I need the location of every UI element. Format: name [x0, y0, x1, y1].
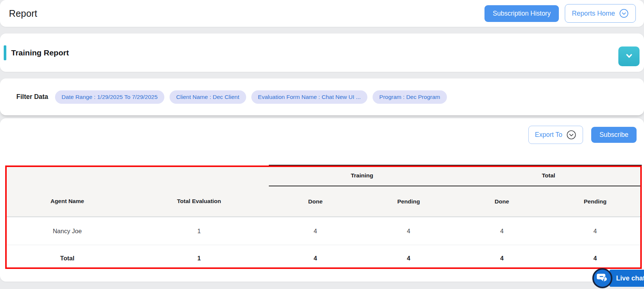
- chat-bubbles-icon: [596, 272, 608, 285]
- cell-training-done: 4: [269, 217, 362, 245]
- table-group-header-row: Training Total: [5, 165, 642, 186]
- filter-data-label: Filter Data: [16, 93, 48, 101]
- total-cell-total-evaluation: 1: [129, 245, 269, 272]
- page-title: Report: [9, 8, 37, 19]
- group-header-training: Training: [269, 165, 455, 186]
- report-page: Report Subscription History Reports Home…: [0, 0, 644, 289]
- cell-total-pending: 4: [548, 217, 642, 245]
- column-header-total-pending: Pending: [548, 186, 642, 217]
- cell-total-evaluation: 1: [129, 217, 269, 245]
- training-report-panel: Training Report: [0, 33, 644, 72]
- column-header-agent-name: Agent Name: [5, 186, 129, 217]
- export-to-label: Export To: [535, 131, 563, 139]
- filter-chip-client-name[interactable]: Client Name : Dec Client: [170, 90, 246, 104]
- header-actions: Subscription History Reports Home: [484, 4, 636, 23]
- live-chat-widget: Live chat: [592, 268, 644, 288]
- cell-agent-name: Nancy Joe: [5, 217, 129, 245]
- group-header-total: Total: [455, 165, 642, 186]
- top-header: Report Subscription History Reports Home: [0, 0, 644, 27]
- export-to-button[interactable]: Export To: [528, 126, 583, 144]
- total-cell-label: Total: [5, 245, 129, 272]
- group-header-spacer: [129, 165, 269, 186]
- cell-training-pending: 4: [362, 217, 455, 245]
- subscribe-button[interactable]: Subscribe: [591, 127, 637, 143]
- report-table: Training Total Agent Name Total Evaluati…: [5, 165, 642, 272]
- reports-home-button[interactable]: Reports Home: [565, 4, 636, 23]
- chevron-down-circle-icon: [566, 130, 576, 140]
- table-column-header-row: Agent Name Total Evaluation Done Pending…: [5, 186, 642, 217]
- chevron-down-icon: [624, 51, 634, 62]
- total-cell-total-done: 4: [455, 245, 548, 272]
- training-report-title: Training Report: [11, 48, 69, 57]
- total-cell-training-done: 4: [269, 245, 362, 272]
- cell-total-done: 4: [455, 217, 548, 245]
- table-row: Nancy Joe 1 4 4 4 4: [5, 217, 642, 245]
- filter-chips: Date Range : 1/29/2025 To 7/29/2025 Clie…: [55, 90, 447, 104]
- total-cell-training-pending: 4: [362, 245, 455, 272]
- reports-home-label: Reports Home: [572, 10, 615, 17]
- chevron-down-circle-icon: [619, 9, 629, 18]
- filter-chip-date-range[interactable]: Date Range : 1/29/2025 To 7/29/2025: [55, 90, 164, 104]
- live-chat-label: Live chat: [616, 274, 644, 282]
- total-cell-total-pending: 4: [548, 245, 642, 272]
- column-header-total-done: Done: [455, 186, 548, 217]
- training-report-table: Training Total Agent Name Total Evaluati…: [5, 165, 642, 269]
- table-actions: Export To Subscribe: [528, 126, 637, 144]
- filter-chip-evaluation-form[interactable]: Evaluation Form Name : Chat New UI ...: [251, 90, 368, 104]
- live-chat-button[interactable]: [592, 268, 612, 288]
- table-total-row: Total 1 4 4 4 4: [5, 245, 642, 272]
- column-header-training-done: Done: [269, 186, 362, 217]
- subscription-history-button[interactable]: Subscription History: [484, 5, 559, 22]
- group-header-spacer: [5, 165, 129, 186]
- live-chat-label-bar[interactable]: Live chat: [609, 270, 644, 287]
- accent-bar: [4, 45, 6, 60]
- column-header-training-pending: Pending: [362, 186, 455, 217]
- filter-chip-program[interactable]: Program : Dec Program: [373, 90, 447, 104]
- filter-bar: Filter Data Date Range : 1/29/2025 To 7/…: [0, 78, 644, 115]
- column-header-total-evaluation: Total Evaluation: [129, 186, 269, 217]
- collapse-panel-button[interactable]: [618, 46, 640, 66]
- report-content-panel: Export To Subscribe: [0, 118, 644, 282]
